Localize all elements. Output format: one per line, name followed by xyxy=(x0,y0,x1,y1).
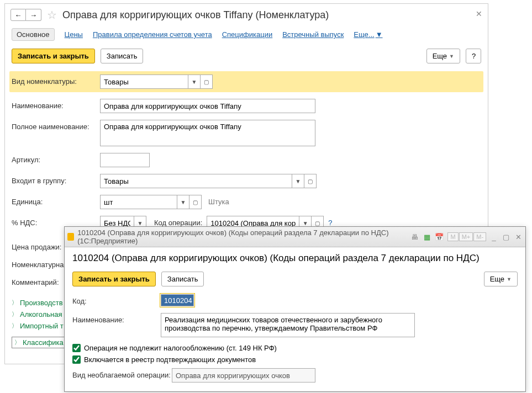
mem-mplus[interactable]: M+ xyxy=(459,232,473,241)
dialog-more-button[interactable]: Еще▼ xyxy=(484,272,518,286)
dialog-title: 1010204 (Оправа для корригирующих очков)… xyxy=(72,253,518,264)
dialog-save-close-button[interactable]: Записать и закрыть xyxy=(72,272,156,286)
unit-dropdown-icon[interactable]: ▼ xyxy=(177,195,189,209)
close-icon[interactable]: ✕ xyxy=(514,232,522,241)
link-classification[interactable]: 〉Классифика xyxy=(12,337,66,348)
close-icon[interactable]: ✕ xyxy=(476,9,482,18)
group-input[interactable] xyxy=(100,174,292,188)
chevron-right-icon: 〉 xyxy=(14,338,20,347)
back-button[interactable]: ← xyxy=(10,9,26,21)
tab-prices[interactable]: Цены xyxy=(65,30,83,39)
row-kind: Вид номенклатуры: ▼ ▢ xyxy=(9,71,483,92)
group-label: Входит в группу: xyxy=(12,174,100,185)
check2-box[interactable] xyxy=(72,355,81,364)
help-button[interactable]: ? xyxy=(466,49,481,63)
tab-rules[interactable]: Правила определения счетов учета xyxy=(93,30,212,39)
table-icon[interactable]: ▦ xyxy=(423,232,431,241)
check1-box[interactable] xyxy=(72,344,81,352)
dialog-check1[interactable]: Операция не подлежит налогообложению (ст… xyxy=(72,344,518,352)
page-title: Оправа для корригирующих очков Tiffany (… xyxy=(62,9,329,21)
kind-open-icon[interactable]: ▢ xyxy=(201,75,213,89)
tab-more[interactable]: Еще...▼ xyxy=(354,30,382,39)
sku-label: Артикул: xyxy=(12,153,100,164)
row-name: Наименование: xyxy=(12,99,481,113)
opcode-help-icon[interactable]: ? xyxy=(328,216,332,227)
name-input[interactable] xyxy=(100,99,315,113)
group-dropdown-icon[interactable]: ▼ xyxy=(292,174,304,188)
dialog-titlebar-text: 1010204 (Оправа для корригирующих очков)… xyxy=(77,229,403,245)
dialog-row-kind: Вид необлагаемой операции: xyxy=(72,368,518,383)
dialog-name-label: Наименование: xyxy=(72,313,161,324)
opcode-label: Код операции: xyxy=(154,216,202,227)
unit-open-icon[interactable]: ▢ xyxy=(189,195,202,209)
app-icon xyxy=(67,233,74,241)
dialog-row-name: Наименование: Реализация медицинских тов… xyxy=(72,313,518,337)
dialog-code-label: Код: xyxy=(72,294,161,305)
toolbar: Записать и закрыть Записать Еще▼ ? xyxy=(5,46,488,71)
kind-input[interactable] xyxy=(100,75,188,89)
tab-counter[interactable]: Встречный выпуск xyxy=(282,30,344,39)
nav-tabs: Основное Цены Правила определения счетов… xyxy=(5,27,488,46)
kind-dropdown-icon[interactable]: ▼ xyxy=(188,75,201,89)
chevron-right-icon: 〉 xyxy=(12,322,18,330)
forward-button[interactable]: → xyxy=(26,9,41,21)
save-button[interactable]: Записать xyxy=(101,49,144,63)
tab-main[interactable]: Основное xyxy=(12,28,55,41)
group-open-icon[interactable]: ▢ xyxy=(304,174,317,188)
mem-mminus[interactable]: M- xyxy=(473,232,486,241)
maximize-icon[interactable]: ▢ xyxy=(502,232,510,241)
dialog-window: 1010204 (Оправа для корригирующих очков)… xyxy=(64,226,526,392)
vat-label: % НДС: xyxy=(12,216,100,227)
dialog-name-input[interactable]: Реализация медицинских товаров отечестве… xyxy=(161,313,415,337)
chevron-right-icon: 〉 xyxy=(12,310,18,318)
fullname-input[interactable] xyxy=(100,120,315,146)
mem-m[interactable]: M xyxy=(447,232,458,241)
more-button[interactable]: Еще▼ xyxy=(426,49,460,63)
dialog-code-input[interactable]: 1010204 xyxy=(161,294,194,306)
tab-spec[interactable]: Спецификации xyxy=(222,30,273,39)
dialog-save-button[interactable]: Записать xyxy=(161,272,204,286)
sku-input[interactable] xyxy=(100,153,150,167)
memory-buttons: M M+ M- xyxy=(447,232,486,241)
dialog-check2[interactable]: Включается в реестр подтверждающих докум… xyxy=(72,355,518,364)
unit-input[interactable] xyxy=(100,195,177,209)
calendar-icon[interactable]: 📅 xyxy=(435,232,444,241)
minimize-icon[interactable]: _ xyxy=(490,232,498,241)
row-fullname: Полное наименование: xyxy=(12,120,481,146)
favorite-star-icon[interactable]: ☆ xyxy=(47,8,57,22)
check2-label: Включается в реестр подтверждающих докум… xyxy=(84,355,256,364)
dialog-row-code: Код: 1010204 xyxy=(72,294,518,306)
row-unit: Единица: ▼ ▢ Штука xyxy=(12,195,481,209)
name-label: Наименование: xyxy=(12,99,100,110)
check1-label: Операция не подлежит налогообложению (ст… xyxy=(84,344,277,352)
dialog-kind-input[interactable] xyxy=(172,368,315,383)
row-group: Входит в группу: ▼ ▢ xyxy=(12,174,481,188)
save-close-button[interactable]: Записать и закрыть xyxy=(12,49,95,63)
unit-hint: Штука xyxy=(208,195,229,206)
row-sku: Артикул: xyxy=(12,153,481,167)
print-icon[interactable]: 🖶 xyxy=(411,232,419,241)
dialog-titlebar[interactable]: 1010204 (Оправа для корригирующих очков)… xyxy=(65,227,525,247)
fullname-label: Полное наименование: xyxy=(12,120,100,131)
window-header: ← → ☆ Оправа для корригирующих очков Tif… xyxy=(5,4,488,27)
chevron-right-icon: 〉 xyxy=(12,299,18,307)
unit-label: Единица: xyxy=(12,195,100,206)
dialog-kind-label: Вид необлагаемой операции: xyxy=(72,368,172,379)
kind-label: Вид номенклатуры: xyxy=(12,75,100,86)
